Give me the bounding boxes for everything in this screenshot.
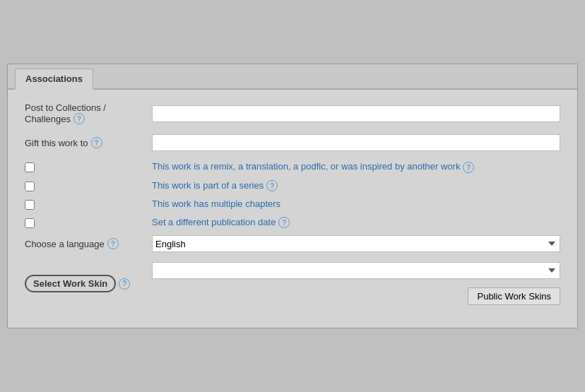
input-col-language: English Español Français Deutsch 日本語: [152, 235, 560, 252]
label-post-to-collections: Post to Collections / Challenges ?: [25, 102, 152, 124]
help-icon-collections[interactable]: ?: [73, 113, 85, 124]
row-remix: This work is a remix, a translation, a p…: [25, 161, 560, 173]
tab-bar: Associations: [8, 64, 577, 90]
checkbox-col-series: [25, 180, 152, 191]
help-icon-gift[interactable]: ?: [91, 137, 102, 148]
row-series: This work is part of a series ?: [25, 180, 560, 191]
row-gift-work: Gift this work to ?: [25, 134, 560, 151]
help-icon-date[interactable]: ?: [278, 217, 290, 228]
row-work-skin: Select Work Skin ? Public Work Skins: [25, 262, 560, 305]
checkbox-col-chapters: [25, 198, 152, 210]
row-post-to-collections: Post to Collections / Challenges ?: [25, 102, 560, 124]
work-skin-select[interactable]: [152, 262, 560, 279]
label-language: Choose a language ?: [25, 238, 152, 249]
label-gift-work: Gift this work to ?: [25, 137, 152, 148]
input-col-collections: [152, 105, 560, 122]
checkbox-col-remix: [25, 161, 152, 172]
gift-work-input[interactable]: [152, 134, 560, 151]
tab-associations[interactable]: Associations: [15, 69, 93, 90]
text-diff-date: Set a different publication date ?: [152, 217, 560, 228]
help-icon-series[interactable]: ?: [266, 180, 278, 191]
checkbox-remix[interactable]: [25, 162, 35, 172]
help-icon-remix[interactable]: ?: [463, 162, 474, 173]
form-area: Post to Collections / Challenges ? Gift …: [8, 90, 577, 328]
checkbox-date[interactable]: [25, 218, 35, 228]
help-icon-language[interactable]: ?: [107, 238, 119, 249]
row-multiple-chapters: This work has multiple chapters: [25, 198, 560, 210]
checkbox-chapters[interactable]: [25, 200, 35, 210]
public-work-skins-button[interactable]: Public Work Skins: [468, 287, 560, 305]
input-col-gift: [152, 134, 560, 151]
post-to-collections-input[interactable]: [152, 105, 560, 122]
text-remix: This work is a remix, a translation, a p…: [152, 161, 560, 173]
text-chapters: This work has multiple chapters: [152, 198, 560, 209]
select-work-skin-label[interactable]: Select Work Skin: [25, 275, 116, 292]
checkbox-series[interactable]: [25, 182, 35, 191]
label-work-skin: Select Work Skin ?: [25, 275, 152, 292]
checkbox-col-date: [25, 217, 152, 228]
row-language: Choose a language ? English Español Fran…: [25, 235, 560, 252]
input-col-skin: Public Work Skins: [152, 262, 560, 305]
row-diff-date: Set a different publication date ?: [25, 217, 560, 228]
help-icon-skin[interactable]: ?: [119, 278, 130, 290]
associations-panel: Associations Post to Collections / Chall…: [7, 64, 578, 328]
language-select[interactable]: English Español Français Deutsch 日本語: [152, 235, 560, 252]
text-series: This work is part of a series ?: [152, 180, 560, 191]
